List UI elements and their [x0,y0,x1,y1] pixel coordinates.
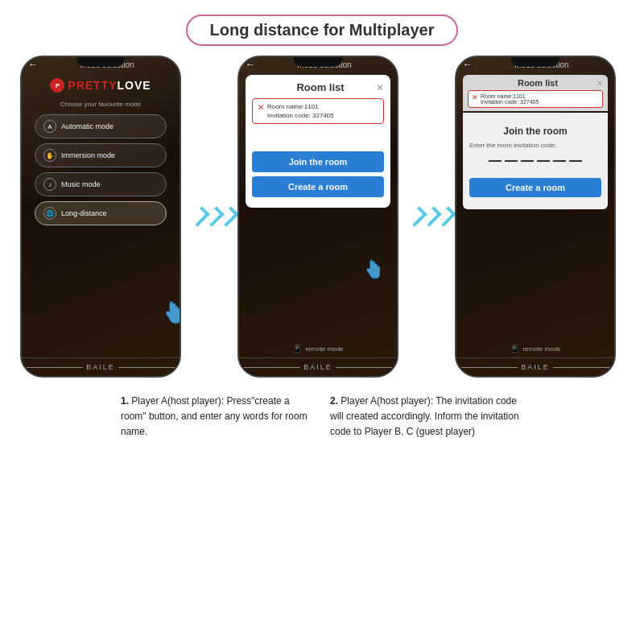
immersion-icon: ✋ [43,149,56,162]
phone3-bottom-bar: BAILE [456,357,614,376]
immersion-mode-btn[interactable]: ✋ Immersion mode [35,143,167,167]
finger-on-create [360,257,384,281]
code-dash-3 [521,160,534,162]
desc1-number: 1. [121,395,129,407]
phone3-screen: ← Mode selection Room list ✕ ✕ Room name… [456,57,614,376]
chevrons1 [192,208,234,225]
music-icon: ♪ [43,178,56,191]
description-2: 2. Player A(host player): The invitation… [330,394,523,440]
phone2-screen: ← Mode selection Room list ✕ ✕ Room name… [239,57,397,376]
phones-row: ← Mode selection P PRETTYLOVE Choose you… [0,56,644,378]
long-distance-btn[interactable]: 🌐 Long-distance [35,201,167,225]
room-list-close[interactable]: ✕ [597,79,603,88]
page-title: Long distance for Multiplayer [186,14,459,46]
remote-mode-bar: 📱 remote mode [239,345,397,353]
phone2-wrapper: ← Mode selection Room list ✕ ✕ Room name… [237,56,407,378]
dialog-close-btn[interactable]: ✕ [376,82,384,93]
create-room-btn3[interactable]: Create a room [469,178,601,197]
room-name3: Room name:1101 [481,93,539,99]
auto-mode-label: Automatic mode [61,122,114,130]
remote-icon3: 📱 [510,345,519,353]
logo-icon: P [50,78,64,93]
music-mode-btn[interactable]: ♪ Music mode [35,172,167,196]
phone2-notch [294,57,342,67]
mode-buttons: A Automatic mode ✋ Immersion mode ♪ Musi… [22,114,180,225]
bottom-line-right2 [336,367,392,368]
arrow2 [407,208,455,225]
phone1-frame: ← Mode selection P PRETTYLOVE Choose you… [20,56,181,378]
invitation-code: Invitation code: 327405 [267,111,334,120]
chevrons2 [410,208,452,225]
remote-mode-bar3: 📱 remote mode [456,345,614,353]
room-list-dialog: Room list ✕ ✕ Room name:1101 Invitation … [246,75,390,208]
logo-img: P PRETTYLOVE [22,78,180,93]
phone1-wrapper: ← Mode selection P PRETTYLOVE Choose you… [20,56,189,378]
phone3-frame: ← Mode selection Room list ✕ ✕ Room name… [455,56,616,378]
immersion-mode-label: Immersion mode [61,151,115,159]
phone2-bottom-bar: BAILE [239,357,397,376]
dialog-title-row: Room list ✕ [252,81,384,93]
hand-cursor-icon [158,298,181,326]
phone2-frame: ← Mode selection Room list ✕ ✕ Room name… [237,56,398,378]
phone1-bottom-bar: BAILE [22,357,180,376]
code-dash-6 [569,160,582,162]
bottom-line-left [27,367,83,368]
phone2-back-arrow[interactable]: ← [246,59,255,70]
desc2-number: 2. [330,395,338,407]
page-title-container: Long distance for Multiplayer [0,0,644,46]
choose-text: Choose your favourite mode [22,101,180,108]
phone3-wrapper: ← Mode selection Room list ✕ ✕ Room name… [455,56,624,378]
remote-icon: 📱 [292,345,302,353]
automatic-mode-btn[interactable]: A Automatic mode [35,114,167,138]
bottom-line-right [118,367,175,368]
logo-text: PRETTYLOVE [68,79,151,92]
join-room-btn[interactable]: Join the room [252,151,384,172]
music-mode-label: Music mode [61,180,101,188]
join-dialog: Join the room Enter the room invitation … [463,113,608,209]
chevron1-3 [218,206,238,226]
code-dash-1 [489,160,502,162]
brand-label2: BAILE [303,363,332,371]
room-entry[interactable]: ✕ Room name:1101 Invitation code: 327405 [252,98,384,124]
room-name: Room name:1101 [267,102,334,111]
desc2-text: Player A(host player): The invitation co… [330,395,519,437]
phone3-notch [511,57,559,67]
room-x-icon3: ✕ [472,93,478,101]
phone1-notch [76,57,125,67]
code-dash-2 [505,160,518,162]
remote-text3: remote mode [522,345,560,353]
bottom-line-right3 [553,367,609,368]
auto-icon: A [43,120,56,133]
code-dash-4 [537,160,550,162]
back-arrow-icon[interactable]: ← [28,59,38,70]
room-list-header: Room list ✕ ✕ Room name:1101 Invitation … [463,75,608,111]
bottom-line-left3 [461,367,518,368]
description-1: 1. Player A(host player): Press"create a… [121,394,314,440]
room-x-icon: ✕ [258,103,264,112]
chevron2-3 [436,206,456,226]
desc1-text: Player A(host player): Press"create a ro… [121,395,308,437]
join-label: Enter the room invitation code: [469,142,601,149]
remote-text: remote mode [305,345,343,353]
long-distance-label: Long-distance [61,209,107,217]
join-room-dialog-title: Join the room [469,126,601,137]
code-dash-5 [553,160,566,162]
brand-label: BAILE [86,363,115,371]
room-list-title: Room list [518,78,558,88]
dialog-spacer [252,127,384,151]
brand-label3: BAILE [521,363,550,371]
phone3-back-arrow[interactable]: ← [463,59,473,70]
room-info: Room name:1101 Invitation code: 327405 [267,102,334,120]
logo-area: P PRETTYLOVE [22,72,180,96]
descriptions-row: 1. Player A(host player): Press"create a… [0,394,644,440]
code-input-row [469,152,601,162]
dialog-title: Room list [265,81,376,93]
create-room-btn[interactable]: Create a room [252,176,384,197]
phone1-screen: ← Mode selection P PRETTYLOVE Choose you… [22,57,180,376]
bottom-line-left2 [244,367,300,368]
inv-code3: Invitation code: 327405 [481,99,539,105]
globe-icon: 🌐 [43,207,56,220]
room-info3: Room name:1101 Invitation code: 327405 [481,93,539,105]
arrow1 [189,208,237,225]
